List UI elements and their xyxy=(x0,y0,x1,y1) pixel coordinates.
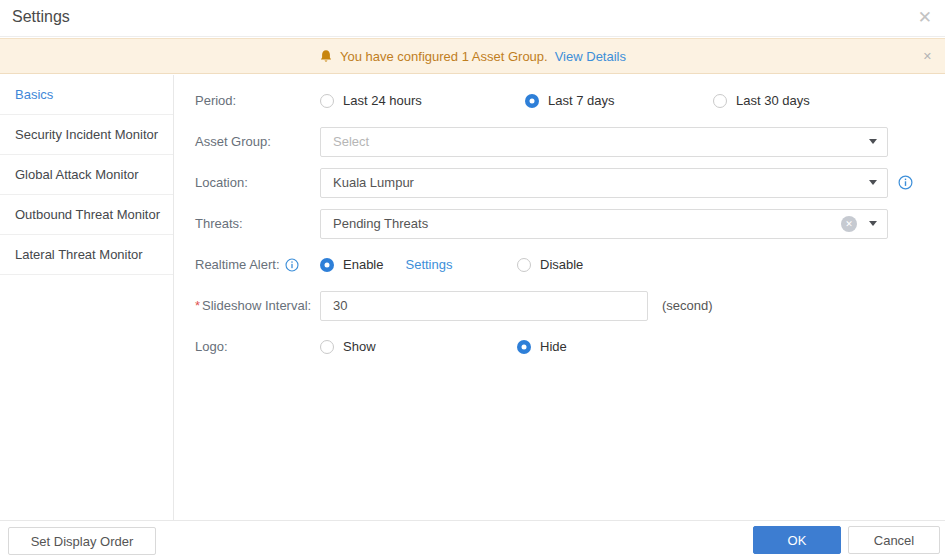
settings-dialog: Settings ✕ You have configured 1 Asset G… xyxy=(0,0,945,560)
dialog-title: Settings xyxy=(12,8,70,26)
slideshow-interval-row: * Slideshow Interval: (second) xyxy=(174,285,945,326)
required-mark: * xyxy=(195,298,200,313)
sidebar-item-outbound-threat-monitor[interactable]: Outbound Threat Monitor xyxy=(0,195,173,235)
settings-sidebar: Basics Security Incident Monitor Global … xyxy=(0,75,174,520)
asset-group-row: Asset Group: Select xyxy=(174,121,945,162)
clear-icon[interactable]: ✕ xyxy=(841,216,857,232)
radio-enable[interactable]: Enable xyxy=(320,257,383,272)
banner-close-icon[interactable]: ✕ xyxy=(923,50,932,63)
sidebar-item-global-attack-monitor[interactable]: Global Attack Monitor xyxy=(0,155,173,195)
radio-last-30-days[interactable]: Last 30 days xyxy=(713,93,810,108)
radio-icon xyxy=(517,258,531,272)
radio-show[interactable]: Show xyxy=(320,339,517,354)
sidebar-item-security-incident-monitor[interactable]: Security Incident Monitor xyxy=(0,115,173,155)
close-icon[interactable]: ✕ xyxy=(918,6,932,30)
radio-icon xyxy=(320,94,334,108)
chevron-down-icon xyxy=(869,180,877,185)
radio-last-24-hours[interactable]: Last 24 hours xyxy=(320,93,525,108)
threats-row: Threats: Pending Threats ✕ xyxy=(174,203,945,244)
period-row: Period: Last 24 hours Last 7 days Last 3… xyxy=(174,80,945,121)
sidebar-item-lateral-threat-monitor[interactable]: Lateral Threat Monitor xyxy=(0,235,173,275)
sidebar-item-basics[interactable]: Basics xyxy=(0,75,173,115)
dialog-header: Settings ✕ xyxy=(0,0,945,37)
radio-hide[interactable]: Hide xyxy=(517,339,567,354)
bell-icon xyxy=(319,49,333,64)
radio-disable[interactable]: Disable xyxy=(517,257,583,272)
logo-row: Logo: Show Hide xyxy=(174,326,945,367)
slideshow-interval-input[interactable] xyxy=(320,291,648,321)
radio-last-7-days[interactable]: Last 7 days xyxy=(525,93,713,108)
notification-banner: You have configured 1 Asset Group. View … xyxy=(0,38,945,74)
set-display-order-button[interactable]: Set Display Order xyxy=(8,527,156,555)
location-select[interactable]: Kuala Lumpur xyxy=(320,168,888,198)
slideshow-interval-unit: (second) xyxy=(662,298,713,313)
period-label: Period: xyxy=(174,93,320,108)
threats-select[interactable]: Pending Threats ✕ xyxy=(320,209,888,239)
view-details-link[interactable]: View Details xyxy=(555,49,626,64)
chevron-down-icon xyxy=(869,139,877,144)
ok-button[interactable]: OK xyxy=(753,526,841,554)
cancel-button[interactable]: Cancel xyxy=(848,526,940,554)
radio-selected-icon xyxy=(525,94,539,108)
location-row: Location: Kuala Lumpur xyxy=(174,162,945,203)
realtime-alert-row: Realtime Alert: Enable xyxy=(174,244,945,285)
chevron-down-icon xyxy=(869,221,877,226)
realtime-alert-info-icon[interactable] xyxy=(285,258,299,272)
asset-group-label: Asset Group: xyxy=(174,134,320,149)
realtime-alert-settings-link[interactable]: Settings xyxy=(405,257,452,272)
radio-selected-icon xyxy=(517,340,531,354)
radio-icon xyxy=(713,94,727,108)
location-label: Location: xyxy=(174,175,320,190)
logo-label: Logo: xyxy=(174,339,320,354)
banner-message: You have configured 1 Asset Group. xyxy=(340,49,548,64)
dialog-footer: Set Display Order OK Cancel xyxy=(0,520,945,560)
asset-group-select[interactable]: Select xyxy=(320,127,888,157)
radio-selected-icon xyxy=(320,258,334,272)
radio-icon xyxy=(320,340,334,354)
basics-form: Period: Last 24 hours Last 7 days Last 3… xyxy=(174,75,945,520)
dialog-body: Basics Security Incident Monitor Global … xyxy=(0,75,945,520)
location-info-icon[interactable] xyxy=(898,175,913,190)
slideshow-interval-label: * Slideshow Interval: xyxy=(174,298,320,313)
threats-label: Threats: xyxy=(174,216,320,231)
realtime-alert-label: Realtime Alert: xyxy=(174,257,320,272)
